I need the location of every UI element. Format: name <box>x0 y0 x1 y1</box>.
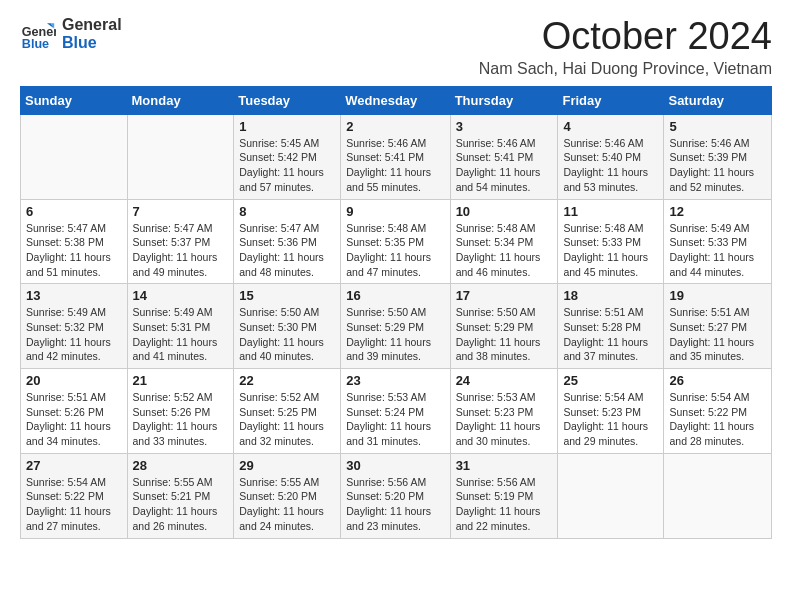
calendar-cell: 22Sunrise: 5:52 AMSunset: 5:25 PMDayligh… <box>234 369 341 454</box>
day-number: 6 <box>26 204 122 219</box>
day-detail: Sunrise: 5:54 AMSunset: 5:22 PMDaylight:… <box>26 475 122 534</box>
day-number: 12 <box>669 204 766 219</box>
day-number: 7 <box>133 204 229 219</box>
title-block: October 2024 Nam Sach, Hai Duong Provinc… <box>479 16 772 78</box>
calendar-week-4: 20Sunrise: 5:51 AMSunset: 5:26 PMDayligh… <box>21 369 772 454</box>
day-number: 4 <box>563 119 658 134</box>
calendar-cell: 24Sunrise: 5:53 AMSunset: 5:23 PMDayligh… <box>450 369 558 454</box>
calendar-cell: 10Sunrise: 5:48 AMSunset: 5:34 PMDayligh… <box>450 199 558 284</box>
day-detail: Sunrise: 5:56 AMSunset: 5:20 PMDaylight:… <box>346 475 444 534</box>
day-detail: Sunrise: 5:49 AMSunset: 5:31 PMDaylight:… <box>133 305 229 364</box>
day-number: 8 <box>239 204 335 219</box>
calendar-cell <box>558 453 664 538</box>
day-number: 11 <box>563 204 658 219</box>
calendar-week-5: 27Sunrise: 5:54 AMSunset: 5:22 PMDayligh… <box>21 453 772 538</box>
calendar-cell: 30Sunrise: 5:56 AMSunset: 5:20 PMDayligh… <box>341 453 450 538</box>
calendar-cell: 21Sunrise: 5:52 AMSunset: 5:26 PMDayligh… <box>127 369 234 454</box>
calendar-cell: 7Sunrise: 5:47 AMSunset: 5:37 PMDaylight… <box>127 199 234 284</box>
calendar-week-1: 1Sunrise: 5:45 AMSunset: 5:42 PMDaylight… <box>21 114 772 199</box>
day-detail: Sunrise: 5:51 AMSunset: 5:27 PMDaylight:… <box>669 305 766 364</box>
calendar-week-3: 13Sunrise: 5:49 AMSunset: 5:32 PMDayligh… <box>21 284 772 369</box>
day-detail: Sunrise: 5:54 AMSunset: 5:23 PMDaylight:… <box>563 390 658 449</box>
day-detail: Sunrise: 5:47 AMSunset: 5:37 PMDaylight:… <box>133 221 229 280</box>
calendar-header-row: SundayMondayTuesdayWednesdayThursdayFrid… <box>21 86 772 114</box>
logo-line1: General <box>62 16 122 34</box>
calendar-cell: 25Sunrise: 5:54 AMSunset: 5:23 PMDayligh… <box>558 369 664 454</box>
logo-line2: Blue <box>62 34 122 52</box>
header-sunday: Sunday <box>21 86 128 114</box>
calendar-cell: 1Sunrise: 5:45 AMSunset: 5:42 PMDaylight… <box>234 114 341 199</box>
month-title: October 2024 <box>479 16 772 58</box>
header-monday: Monday <box>127 86 234 114</box>
day-detail: Sunrise: 5:53 AMSunset: 5:24 PMDaylight:… <box>346 390 444 449</box>
day-detail: Sunrise: 5:46 AMSunset: 5:41 PMDaylight:… <box>346 136 444 195</box>
day-number: 30 <box>346 458 444 473</box>
calendar-cell: 2Sunrise: 5:46 AMSunset: 5:41 PMDaylight… <box>341 114 450 199</box>
calendar-cell: 27Sunrise: 5:54 AMSunset: 5:22 PMDayligh… <box>21 453 128 538</box>
calendar-cell: 11Sunrise: 5:48 AMSunset: 5:33 PMDayligh… <box>558 199 664 284</box>
svg-text:Blue: Blue <box>22 37 49 51</box>
day-detail: Sunrise: 5:47 AMSunset: 5:36 PMDaylight:… <box>239 221 335 280</box>
day-detail: Sunrise: 5:50 AMSunset: 5:30 PMDaylight:… <box>239 305 335 364</box>
day-detail: Sunrise: 5:56 AMSunset: 5:19 PMDaylight:… <box>456 475 553 534</box>
day-detail: Sunrise: 5:46 AMSunset: 5:39 PMDaylight:… <box>669 136 766 195</box>
day-detail: Sunrise: 5:55 AMSunset: 5:20 PMDaylight:… <box>239 475 335 534</box>
day-number: 29 <box>239 458 335 473</box>
day-detail: Sunrise: 5:52 AMSunset: 5:25 PMDaylight:… <box>239 390 335 449</box>
day-detail: Sunrise: 5:54 AMSunset: 5:22 PMDaylight:… <box>669 390 766 449</box>
calendar-cell <box>21 114 128 199</box>
calendar-cell: 20Sunrise: 5:51 AMSunset: 5:26 PMDayligh… <box>21 369 128 454</box>
calendar-cell: 16Sunrise: 5:50 AMSunset: 5:29 PMDayligh… <box>341 284 450 369</box>
calendar-cell: 4Sunrise: 5:46 AMSunset: 5:40 PMDaylight… <box>558 114 664 199</box>
day-number: 23 <box>346 373 444 388</box>
day-number: 15 <box>239 288 335 303</box>
day-detail: Sunrise: 5:51 AMSunset: 5:26 PMDaylight:… <box>26 390 122 449</box>
day-number: 2 <box>346 119 444 134</box>
day-detail: Sunrise: 5:48 AMSunset: 5:33 PMDaylight:… <box>563 221 658 280</box>
day-number: 27 <box>26 458 122 473</box>
header-wednesday: Wednesday <box>341 86 450 114</box>
day-detail: Sunrise: 5:49 AMSunset: 5:33 PMDaylight:… <box>669 221 766 280</box>
page-header: General Blue General Blue October 2024 N… <box>20 16 772 78</box>
day-number: 25 <box>563 373 658 388</box>
day-detail: Sunrise: 5:49 AMSunset: 5:32 PMDaylight:… <box>26 305 122 364</box>
day-number: 17 <box>456 288 553 303</box>
calendar-cell: 9Sunrise: 5:48 AMSunset: 5:35 PMDaylight… <box>341 199 450 284</box>
day-detail: Sunrise: 5:48 AMSunset: 5:34 PMDaylight:… <box>456 221 553 280</box>
day-detail: Sunrise: 5:46 AMSunset: 5:41 PMDaylight:… <box>456 136 553 195</box>
day-number: 31 <box>456 458 553 473</box>
day-detail: Sunrise: 5:50 AMSunset: 5:29 PMDaylight:… <box>456 305 553 364</box>
calendar-cell: 6Sunrise: 5:47 AMSunset: 5:38 PMDaylight… <box>21 199 128 284</box>
calendar-cell: 28Sunrise: 5:55 AMSunset: 5:21 PMDayligh… <box>127 453 234 538</box>
day-number: 26 <box>669 373 766 388</box>
calendar-cell: 26Sunrise: 5:54 AMSunset: 5:22 PMDayligh… <box>664 369 772 454</box>
calendar-cell <box>127 114 234 199</box>
day-detail: Sunrise: 5:47 AMSunset: 5:38 PMDaylight:… <box>26 221 122 280</box>
day-detail: Sunrise: 5:55 AMSunset: 5:21 PMDaylight:… <box>133 475 229 534</box>
day-detail: Sunrise: 5:45 AMSunset: 5:42 PMDaylight:… <box>239 136 335 195</box>
day-number: 13 <box>26 288 122 303</box>
calendar-cell: 8Sunrise: 5:47 AMSunset: 5:36 PMDaylight… <box>234 199 341 284</box>
calendar-cell: 15Sunrise: 5:50 AMSunset: 5:30 PMDayligh… <box>234 284 341 369</box>
day-detail: Sunrise: 5:51 AMSunset: 5:28 PMDaylight:… <box>563 305 658 364</box>
calendar-cell: 13Sunrise: 5:49 AMSunset: 5:32 PMDayligh… <box>21 284 128 369</box>
day-number: 28 <box>133 458 229 473</box>
logo: General Blue General Blue <box>20 16 122 52</box>
calendar-cell: 17Sunrise: 5:50 AMSunset: 5:29 PMDayligh… <box>450 284 558 369</box>
day-number: 21 <box>133 373 229 388</box>
day-number: 9 <box>346 204 444 219</box>
day-number: 16 <box>346 288 444 303</box>
header-tuesday: Tuesday <box>234 86 341 114</box>
day-number: 18 <box>563 288 658 303</box>
day-detail: Sunrise: 5:53 AMSunset: 5:23 PMDaylight:… <box>456 390 553 449</box>
day-number: 3 <box>456 119 553 134</box>
day-number: 22 <box>239 373 335 388</box>
day-number: 20 <box>26 373 122 388</box>
calendar-cell <box>664 453 772 538</box>
calendar-cell: 29Sunrise: 5:55 AMSunset: 5:20 PMDayligh… <box>234 453 341 538</box>
header-friday: Friday <box>558 86 664 114</box>
calendar-week-2: 6Sunrise: 5:47 AMSunset: 5:38 PMDaylight… <box>21 199 772 284</box>
location-subtitle: Nam Sach, Hai Duong Province, Vietnam <box>479 60 772 78</box>
calendar-cell: 23Sunrise: 5:53 AMSunset: 5:24 PMDayligh… <box>341 369 450 454</box>
day-number: 1 <box>239 119 335 134</box>
